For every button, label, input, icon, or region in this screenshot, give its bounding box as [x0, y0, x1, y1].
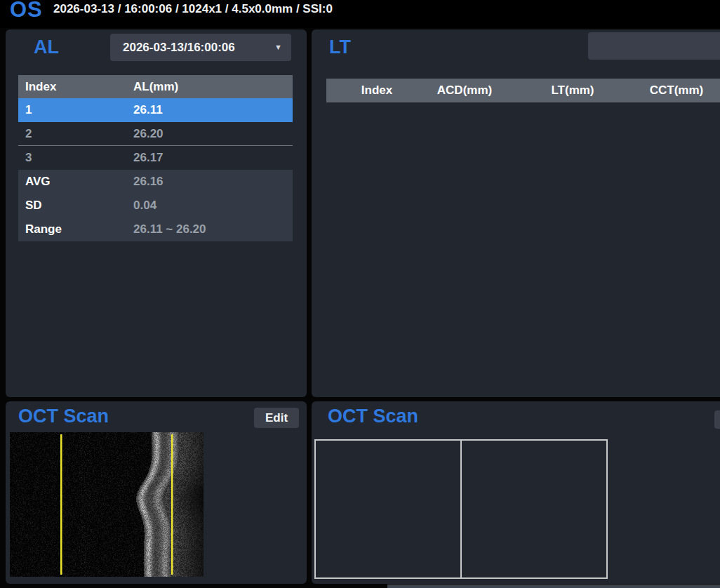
- table-row[interactable]: 3 26.17: [18, 146, 293, 170]
- oct-left-title: OCT Scan: [18, 406, 109, 427]
- al-measurement-table: Index AL(mm) 1 26.11 2 26.20 3 26.17 AVG…: [18, 75, 293, 241]
- al-date-dropdown-value: 2026-03-13/16:00:06: [123, 41, 235, 55]
- row-value: 26.17: [133, 151, 293, 165]
- biometry-measure-screen: OS 2026-03-13 / 16:00:06 / 1024x1 / 4.5x…: [0, 0, 720, 588]
- al-date-dropdown[interactable]: 2026-03-13/16:00:06 ▼: [110, 34, 291, 61]
- stat-label: SD: [18, 199, 133, 213]
- oct-empty-scan-box: [314, 439, 608, 579]
- row-index: 3: [18, 151, 133, 165]
- row-value: 26.11: [133, 103, 293, 117]
- al-table-header: Index AL(mm): [18, 75, 293, 98]
- al-stats-block: AVG 26.16 SD 0.04 Range 26.11 ~ 26.20: [18, 170, 293, 241]
- table-row[interactable]: 1 26.11: [18, 98, 293, 122]
- lt-col-acd: ACD(mm): [437, 79, 492, 102]
- lt-col-cct: CCT(mm): [650, 79, 704, 102]
- table-row[interactable]: 2 26.20: [18, 122, 293, 146]
- al-panel: AL 2026-03-13/16:00:06 ▼ Index AL(mm) 1 …: [6, 29, 307, 397]
- lt-table-header: Index ACD(mm) LT(mm) CCT(mm): [326, 79, 720, 102]
- top-bar: OS 2026-03-13 / 16:00:06 / 1024x1 / 4.5x…: [0, 0, 720, 28]
- oct-b-scan-image[interactable]: [10, 432, 204, 577]
- oct-right-title: OCT Scan: [328, 406, 418, 427]
- edit-button[interactable]: Edit: [254, 408, 299, 428]
- stat-row-range: Range 26.11 ~ 26.20: [18, 218, 293, 241]
- row-index: 2: [18, 127, 133, 141]
- oct-scan-panel-right: OCT Scan: [312, 401, 720, 584]
- al-col-index: Index: [18, 80, 133, 94]
- oct-empty-cell-right: [462, 441, 606, 577]
- lt-panel: LT Index ACD(mm) LT(mm) CCT(mm): [312, 29, 720, 397]
- row-index: 1: [18, 103, 133, 117]
- stat-value: 26.11 ~ 26.20: [133, 222, 293, 236]
- chevron-down-icon: ▼: [274, 43, 282, 51]
- stat-label: Range: [18, 222, 133, 236]
- al-panel-title: AL: [34, 36, 59, 58]
- stat-label: AVG: [18, 175, 133, 189]
- stat-value: 26.16: [133, 175, 293, 189]
- lt-date-dropdown[interactable]: [588, 32, 720, 60]
- stat-row-sd: SD 0.04: [18, 194, 293, 218]
- stat-value: 0.04: [133, 199, 293, 213]
- oct-scan-panel-left: OCT Scan Edit: [6, 401, 307, 584]
- lt-panel-title: LT: [329, 36, 351, 58]
- al-col-value: AL(mm): [133, 80, 293, 94]
- stat-row-avg: AVG 26.16: [18, 170, 293, 194]
- lt-col-lt: LT(mm): [551, 79, 594, 102]
- bottom-panel-edge: [387, 584, 720, 588]
- edit-button-clipped[interactable]: [714, 410, 720, 429]
- oct-empty-cell-left: [316, 441, 460, 577]
- lt-col-index: Index: [361, 79, 392, 102]
- eye-side-label: OS: [10, 0, 43, 22]
- row-value: 26.20: [133, 127, 293, 141]
- scan-info-text: 2026-03-13 / 16:00:06 / 1024x1 / 4.5x0.0…: [53, 2, 333, 16]
